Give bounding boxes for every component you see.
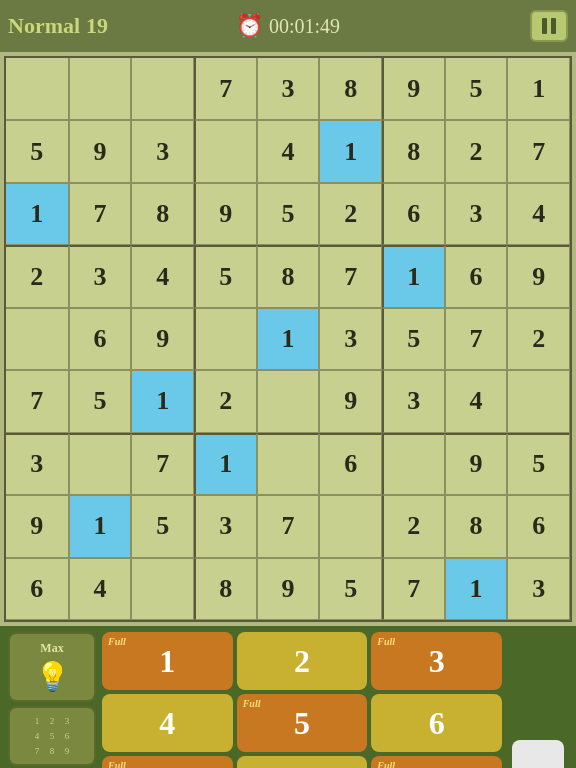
numpad-button-9[interactable]: Full9: [371, 756, 502, 768]
sudoku-cell[interactable]: 2: [6, 245, 69, 307]
eraser-button[interactable]: ✏: [512, 740, 564, 768]
numpad-button-7[interactable]: Full7: [102, 756, 233, 768]
sudoku-cell[interactable]: 8: [382, 120, 445, 182]
sudoku-cell[interactable]: [257, 370, 320, 432]
sudoku-cell[interactable]: 4: [257, 120, 320, 182]
sudoku-cell[interactable]: 2: [382, 495, 445, 557]
sudoku-cell[interactable]: 9: [257, 558, 320, 620]
sudoku-cell[interactable]: [6, 308, 69, 370]
sudoku-cell[interactable]: 8: [257, 245, 320, 307]
sudoku-cell[interactable]: 5: [445, 58, 508, 120]
header: Normal 19 ⏰ 00:01:49: [0, 0, 576, 52]
sudoku-cell[interactable]: 5: [69, 370, 132, 432]
sudoku-cell[interactable]: 8: [445, 495, 508, 557]
pause-icon: [542, 18, 556, 34]
sudoku-cell[interactable]: 8: [194, 558, 257, 620]
sudoku-cell[interactable]: 6: [445, 245, 508, 307]
sudoku-cell[interactable]: [69, 433, 132, 495]
sudoku-cell[interactable]: 4: [69, 558, 132, 620]
sudoku-cell[interactable]: 9: [319, 370, 382, 432]
sudoku-cell[interactable]: 7: [69, 183, 132, 245]
sudoku-cell[interactable]: 4: [445, 370, 508, 432]
eraser-icon: ✏: [519, 753, 557, 768]
sudoku-cell[interactable]: 1: [319, 120, 382, 182]
sudoku-cell[interactable]: 5: [382, 308, 445, 370]
sudoku-cell[interactable]: 3: [382, 370, 445, 432]
sudoku-cell[interactable]: [319, 495, 382, 557]
sudoku-cell[interactable]: 5: [194, 245, 257, 307]
sudoku-cell[interactable]: 7: [319, 245, 382, 307]
sudoku-cell[interactable]: 9: [131, 308, 194, 370]
sudoku-cell[interactable]: 2: [319, 183, 382, 245]
sudoku-cell[interactable]: 3: [194, 495, 257, 557]
sudoku-cell[interactable]: 6: [382, 183, 445, 245]
sudoku-cell[interactable]: 3: [445, 183, 508, 245]
numpad-button-3[interactable]: Full3: [371, 632, 502, 690]
sudoku-cell[interactable]: [131, 558, 194, 620]
sudoku-cell[interactable]: 7: [131, 433, 194, 495]
sudoku-cell[interactable]: 4: [131, 245, 194, 307]
sudoku-cell[interactable]: 1: [6, 183, 69, 245]
sudoku-cell[interactable]: 3: [69, 245, 132, 307]
numpad-button-6[interactable]: 6: [371, 694, 502, 752]
numpad-button-1[interactable]: Full1: [102, 632, 233, 690]
numpad: Full12Full34Full56Full78Full9: [102, 632, 502, 768]
sudoku-cell[interactable]: 1: [131, 370, 194, 432]
sudoku-cell[interactable]: [507, 370, 570, 432]
sudoku-cell[interactable]: 5: [131, 495, 194, 557]
sudoku-cell[interactable]: 3: [319, 308, 382, 370]
sudoku-cell[interactable]: 2: [194, 370, 257, 432]
sudoku-cell[interactable]: 4: [507, 183, 570, 245]
sudoku-cell[interactable]: 3: [257, 58, 320, 120]
mode-area: Normal 19: [8, 13, 108, 39]
sudoku-cell[interactable]: 9: [6, 495, 69, 557]
pause-button[interactable]: [530, 10, 568, 42]
sudoku-cell[interactable]: 6: [69, 308, 132, 370]
sudoku-cell[interactable]: 7: [194, 58, 257, 120]
sudoku-cell[interactable]: 5: [257, 183, 320, 245]
sudoku-cell[interactable]: 7: [257, 495, 320, 557]
sudoku-cell[interactable]: 7: [382, 558, 445, 620]
numpad-button-5[interactable]: Full5: [237, 694, 368, 752]
sudoku-cell[interactable]: [194, 308, 257, 370]
notes-button[interactable]: 123456789: [8, 706, 96, 766]
numpad-button-4[interactable]: 4: [102, 694, 233, 752]
sudoku-cell[interactable]: 1: [382, 245, 445, 307]
sudoku-cell[interactable]: [69, 58, 132, 120]
sudoku-cell[interactable]: [131, 58, 194, 120]
sudoku-cell[interactable]: 6: [507, 495, 570, 557]
sudoku-cell[interactable]: 3: [6, 433, 69, 495]
sudoku-cell[interactable]: 8: [131, 183, 194, 245]
sudoku-cell[interactable]: 9: [69, 120, 132, 182]
sudoku-cell[interactable]: 9: [507, 245, 570, 307]
sudoku-cell[interactable]: 6: [319, 433, 382, 495]
sudoku-cell[interactable]: 2: [507, 308, 570, 370]
sudoku-cell[interactable]: 7: [445, 308, 508, 370]
sudoku-cell[interactable]: 5: [319, 558, 382, 620]
sudoku-cell[interactable]: 8: [319, 58, 382, 120]
sudoku-cell[interactable]: 1: [445, 558, 508, 620]
sudoku-cell[interactable]: 1: [194, 433, 257, 495]
sudoku-cell[interactable]: 9: [194, 183, 257, 245]
sudoku-cell[interactable]: 5: [6, 120, 69, 182]
numpad-button-8[interactable]: 8: [237, 756, 368, 768]
sudoku-cell[interactable]: [194, 120, 257, 182]
sudoku-cell[interactable]: 7: [6, 370, 69, 432]
sudoku-cell[interactable]: 5: [507, 433, 570, 495]
sudoku-cell[interactable]: 9: [445, 433, 508, 495]
sudoku-cell[interactable]: [257, 433, 320, 495]
sudoku-cell[interactable]: 1: [257, 308, 320, 370]
sudoku-cell[interactable]: 6: [6, 558, 69, 620]
hint-button[interactable]: Max 💡: [8, 632, 96, 702]
sudoku-cell[interactable]: 9: [382, 58, 445, 120]
controls-right: [530, 10, 568, 42]
sudoku-cell[interactable]: [382, 433, 445, 495]
sudoku-cell[interactable]: 7: [507, 120, 570, 182]
sudoku-cell[interactable]: 1: [69, 495, 132, 557]
sudoku-cell[interactable]: 1: [507, 58, 570, 120]
sudoku-cell[interactable]: [6, 58, 69, 120]
sudoku-cell[interactable]: 3: [131, 120, 194, 182]
sudoku-cell[interactable]: 2: [445, 120, 508, 182]
numpad-button-2[interactable]: 2: [237, 632, 368, 690]
sudoku-cell[interactable]: 3: [507, 558, 570, 620]
